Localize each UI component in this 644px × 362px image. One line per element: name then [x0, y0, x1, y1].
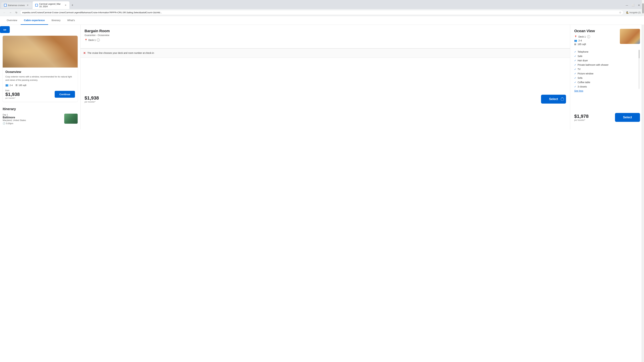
amenity-text: Private bathroom with shower	[578, 63, 608, 66]
address-bar: ← → ↻ expedia.com/Cruises/Carnival-Cruis…	[0, 9, 644, 16]
see-less-button[interactable]: See less	[574, 89, 640, 92]
incognito-badge[interactable]: 🕵 Incognito (2)	[625, 11, 642, 14]
amenity-item: ✓Telephone	[574, 50, 640, 54]
middle-price: $1,938	[84, 95, 99, 101]
amenity-item: ✓TV	[574, 67, 640, 71]
tab-favicon-1	[4, 4, 7, 6]
size-meta: ⊞ 185 sqft	[16, 84, 26, 87]
amenity-text: 3 closets	[578, 85, 587, 88]
middle-price-per: per traveler*	[84, 101, 99, 103]
check-icon: ✓	[574, 77, 576, 79]
reload-button[interactable]: ↻	[14, 10, 19, 15]
partial-continue-button[interactable]: ue	[0, 26, 10, 33]
ocean-deck-value: Deck 1	[578, 35, 586, 38]
ocean-size-icon: ⊞	[574, 43, 576, 45]
amenity-item: ✓Sofa	[574, 76, 640, 80]
bookmark-star-icon[interactable]: ☆	[619, 11, 621, 14]
middle-select-button[interactable]: Select	[541, 95, 566, 104]
main-layout: ue Oceanview Cozy exterior rooms with a …	[0, 25, 644, 129]
bargain-deck-label: Deck 1	[88, 39, 96, 41]
amenities-scrollbar-thumb	[639, 50, 640, 58]
amenity-text: Telephone	[578, 50, 588, 53]
tab-favicon-2	[35, 4, 38, 6]
amenity-item: ✓Hair dryer	[574, 58, 640, 63]
clock-icon: 🕐	[3, 122, 5, 125]
room-price-row: from $1,938 per traveler* Continue	[5, 89, 75, 99]
amenity-text: Hair dryer	[578, 59, 588, 62]
left-panel: ue Oceanview Cozy exterior rooms with a …	[0, 25, 80, 129]
room-card-image	[3, 36, 78, 67]
day-info-1: Day 1 Baltimore Maryland, United States …	[3, 114, 62, 125]
right-select-button[interactable]: Select	[615, 113, 640, 122]
ocean-guests-value: 2-4	[578, 39, 582, 42]
amenity-item: ✓Picture window	[574, 71, 640, 76]
check-icon: ✓	[574, 81, 576, 84]
tab-label-1: Bahamas cruises	[8, 4, 25, 6]
room-price: $1,938	[5, 92, 20, 97]
check-icon: ✓	[574, 59, 576, 62]
amenities-scrollbar[interactable]	[638, 50, 640, 89]
tab-close-2[interactable]: ✕	[64, 4, 67, 7]
nav-cabin[interactable]: Cabin experience	[21, 16, 48, 25]
guests-meta: 👥 2-4	[5, 84, 13, 87]
time-value: 5:00pm	[6, 122, 13, 125]
bargain-deck-info: 📍 Deck 1 i	[84, 38, 566, 41]
price-from-label: from	[5, 89, 20, 92]
oceanview-room-card: Oceanview Cozy exterior rooms with a win…	[3, 36, 78, 102]
ocean-title: Ocean View	[574, 29, 595, 33]
ocean-guests-icon: 👥	[574, 39, 577, 42]
amenities-list: ✓Telephone✓Safe✓Hair dryer✓Private bathr…	[574, 50, 640, 89]
window-controls: — ⬜ ✕	[624, 3, 643, 7]
room-description: Cozy exterior rooms with a window, recom…	[5, 75, 75, 82]
nav-overview[interactable]: Overview	[3, 16, 21, 25]
maximize-button[interactable]: ⬜	[630, 3, 635, 7]
ocean-pin-icon: 📍	[574, 35, 577, 38]
minimize-button[interactable]: —	[624, 3, 629, 7]
svg-rect-0	[4, 4, 6, 6]
close-button[interactable]: ✕	[636, 3, 641, 7]
day-label-1: Day 1	[3, 114, 62, 116]
page-nav: Overview Cabin experience Itinerary What…	[0, 16, 644, 25]
ocean-deck: 📍 Deck 1 i	[574, 35, 595, 38]
page-content: Overview Cabin experience Itinerary What…	[0, 16, 644, 362]
room-meta: 👥 2-4 ⊞ 185 sqft	[5, 84, 75, 87]
ocean-deck-info-icon[interactable]: i	[587, 35, 590, 38]
check-icon: ✓	[574, 55, 576, 57]
price-block: from $1,938 per traveler*	[5, 89, 20, 99]
room-title: Oceanview	[5, 70, 75, 74]
tab-close-1[interactable]: ✕	[26, 4, 29, 7]
new-tab-button[interactable]: +	[70, 3, 75, 7]
amenities-wrapper: ✓Telephone✓Safe✓Hair dryer✓Private bathr…	[574, 50, 640, 89]
amenity-item: ✓3 closets	[574, 84, 640, 89]
page-scrollbar-thumb	[642, 3, 644, 13]
bargain-room-title: Bargain Room	[84, 29, 566, 33]
tab-bahamas[interactable]: Bahamas cruises ✕	[1, 2, 32, 8]
check-icon: ✓	[574, 68, 576, 70]
tab-label-2: Carnival Legend | Mar 10, 2024	[39, 3, 63, 8]
browser-chrome: Bahamas cruises ✕ Carnival Legend | Mar …	[0, 0, 644, 16]
amenity-text: Safe	[578, 55, 582, 57]
check-icon: ✓	[574, 72, 576, 75]
deck-info-icon[interactable]: i	[97, 38, 100, 41]
page-scrollbar[interactable]	[642, 0, 644, 362]
amenity-text: Coffee table	[578, 81, 590, 84]
ocean-size: ⊞ 185 sqft	[574, 43, 595, 45]
check-icon: ✓	[574, 50, 576, 53]
itinerary-section: Itinerary Day 1 Baltimore Maryland, Unit…	[0, 104, 80, 129]
check-icon: ✓	[574, 85, 576, 88]
right-price: $1,978	[574, 114, 589, 119]
continue-button[interactable]: Continue	[55, 91, 75, 98]
nav-whats[interactable]: What's	[64, 16, 78, 25]
ocean-guests: 👥 2-4	[574, 39, 595, 42]
url-bar[interactable]: expedia.com/Cruises/Carnival-Cruise-Line…	[20, 10, 624, 15]
back-button[interactable]: ←	[2, 10, 7, 15]
location-pin-icon: 📍	[84, 39, 88, 41]
day-city-1: Baltimore	[3, 116, 62, 119]
right-price-select-row: $1,978 per traveler* Select	[570, 110, 644, 125]
amenity-item: ✓Coffee table	[574, 80, 640, 84]
incognito-icon: 🕵	[626, 11, 629, 14]
forward-button[interactable]: →	[8, 10, 13, 15]
nav-itinerary[interactable]: Itinerary	[48, 16, 64, 25]
room-image-inner	[3, 36, 78, 67]
tab-carnival[interactable]: Carnival Legend | Mar 10, 2024 ✕	[32, 1, 70, 9]
